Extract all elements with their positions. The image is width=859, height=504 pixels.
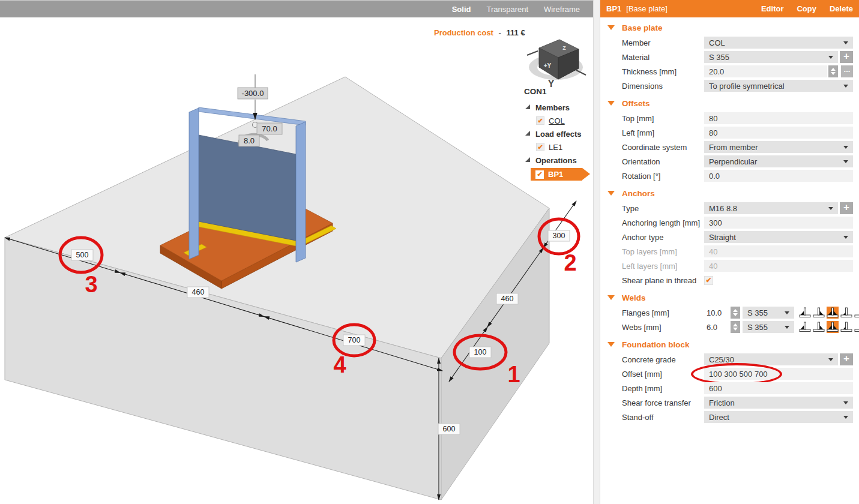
material-dropdown[interactable]: S 355	[704, 51, 838, 63]
top-layers-label: Top layers [mm]	[622, 247, 704, 256]
depth-input[interactable]: 600	[704, 382, 853, 394]
webs-weld-size: 6.0	[707, 323, 717, 332]
webs-weld-material-dropdown[interactable]: S 355	[743, 321, 794, 333]
weld-type-butt-icon[interactable]	[854, 307, 859, 319]
dim-460-left: 460	[192, 288, 205, 296]
weld-type-fillet-left-icon[interactable]	[799, 307, 811, 319]
add-material-button[interactable]: +	[840, 51, 853, 63]
dim-600: 600	[443, 425, 456, 433]
weld-type-fillet-right-icon[interactable]	[813, 321, 825, 333]
standoff-dropdown[interactable]: Direct	[704, 411, 853, 423]
view-mode-transparent[interactable]: Transparent	[486, 5, 528, 14]
weld-type-fillet-left-icon[interactable]	[799, 321, 811, 333]
coordinate-system-value: From member	[709, 143, 840, 152]
section-collapse-icon[interactable]	[607, 295, 615, 300]
flanges-weld-material-dropdown[interactable]: S 355	[743, 307, 794, 319]
tree-group-operations[interactable]: Operations	[521, 154, 597, 167]
shear-plane-checkbox[interactable]: ✔	[704, 276, 713, 285]
webs-weld-material: S 355	[747, 323, 781, 332]
anchor-type-dropdown[interactable]: Straight	[704, 231, 853, 243]
view-mode-solid[interactable]: Solid	[452, 5, 471, 14]
tree-item-label[interactable]: COL	[549, 116, 565, 125]
offset-top-input[interactable]: 80	[704, 112, 853, 124]
add-anchor-button[interactable]: +	[840, 202, 853, 214]
weld-type-butt-icon[interactable]	[854, 321, 859, 333]
orientation-label: Orientation	[622, 157, 704, 166]
section-title: Base plate	[622, 23, 663, 32]
rotation-input[interactable]: 0.0	[704, 170, 853, 182]
thickness-input[interactable]: 20.0	[704, 65, 827, 77]
section-welds[interactable]: Welds	[600, 292, 859, 303]
axis-x-arrow	[527, 51, 538, 55]
section-collapse-icon[interactable]	[607, 25, 615, 30]
weld-type-fillet-right-icon[interactable]	[813, 307, 825, 319]
anchor-grade-dropdown[interactable]: M16 8.8	[704, 202, 838, 214]
dim-weld-b: 70.0	[262, 124, 277, 133]
expander-icon[interactable]	[525, 131, 530, 136]
section-base-plate[interactable]: Base plate	[600, 22, 859, 33]
section-collapse-icon[interactable]	[607, 101, 615, 106]
connection-name: CON1	[524, 87, 597, 96]
bp1-checkbox[interactable]: ✔	[535, 170, 544, 179]
expander-icon[interactable]	[525, 104, 530, 109]
tree-item-label[interactable]: BP1	[548, 170, 563, 179]
tree-group-members[interactable]: Members	[521, 101, 597, 114]
copy-button[interactable]: Copy	[797, 4, 816, 13]
production-cost-separator: -	[499, 28, 501, 37]
orientation-dropdown[interactable]: Perpendicular	[704, 155, 853, 167]
standoff-label: Stand-off	[622, 413, 704, 422]
thickness-value: 20.0	[709, 67, 724, 76]
tree-item-le1[interactable]: ✔ LE1	[521, 140, 597, 154]
section-offsets[interactable]: Offsets	[600, 98, 859, 109]
le1-checkbox[interactable]: ✔	[536, 143, 544, 151]
standoff-value: Direct	[709, 413, 840, 422]
tree-group-label: Members	[535, 103, 570, 112]
anchoring-length-input[interactable]: 300	[704, 217, 853, 229]
3d-viewport[interactable]: -300.0 70.0 8.0 500 460 700 300 460 100 …	[0, 17, 593, 504]
tree-item-col[interactable]: ✔ COL	[521, 114, 597, 127]
shear-transfer-dropdown[interactable]: Friction	[704, 397, 853, 409]
expander-icon[interactable]	[525, 157, 530, 162]
view-mode-wireframe[interactable]: Wireframe	[544, 5, 580, 14]
anchor-type-grade-label: Type	[622, 204, 704, 213]
editor-button[interactable]: Editor	[761, 4, 784, 13]
section-foundation-block[interactable]: Foundation block	[600, 339, 859, 350]
chevron-down-icon	[843, 236, 848, 239]
anchoring-length-value: 300	[709, 218, 722, 227]
section-collapse-icon[interactable]	[607, 191, 615, 196]
panel-scrollbar[interactable]	[593, 0, 600, 504]
webs-weld-stepper[interactable]	[731, 321, 740, 333]
annotation-number-3: 3	[85, 272, 97, 297]
weld-type-partial-butt-icon[interactable]	[840, 307, 852, 319]
concrete-grade-dropdown[interactable]: C25/30	[704, 353, 838, 365]
add-concrete-button[interactable]: +	[840, 353, 853, 365]
tree-item-bp1-selected[interactable]: ✔ BP1	[531, 168, 582, 181]
navigation-cube[interactable]: +Y Z Y	[523, 33, 588, 88]
col-checkbox[interactable]: ✔	[536, 116, 544, 125]
flanges-weld-size-input[interactable]: 10.0	[704, 307, 729, 319]
delete-button[interactable]: Delete	[830, 4, 853, 13]
dimensions-dropdown[interactable]: To profile symmetrical	[704, 80, 853, 92]
weld-type-fillet-both-icon-selected[interactable]	[827, 307, 839, 319]
member-dropdown[interactable]: COL	[704, 37, 853, 49]
anchor-type-label: Anchor type	[622, 233, 704, 242]
left-layers-label: Left layers [mm]	[622, 262, 704, 271]
thickness-more-button[interactable]: ...	[841, 65, 853, 77]
offset-left-input[interactable]: 80	[704, 127, 853, 139]
chevron-down-icon	[785, 326, 789, 329]
section-anchors[interactable]: Anchors	[600, 188, 859, 199]
flanges-weld-stepper[interactable]	[731, 307, 740, 319]
thickness-stepper[interactable]	[828, 65, 838, 77]
tree-group-load-effects[interactable]: Load effects	[521, 127, 597, 140]
coordinate-system-dropdown[interactable]: From member	[704, 141, 853, 153]
section-collapse-icon[interactable]	[607, 342, 615, 347]
foundation-offset-input[interactable]: 100 300 500 700	[704, 368, 853, 380]
tree-group-label: Load effects	[535, 130, 582, 139]
weld-type-partial-butt-icon[interactable]	[840, 321, 852, 333]
webs-weld-size-input[interactable]: 6.0	[704, 321, 729, 333]
dim-weld-a: 8.0	[244, 136, 255, 145]
chevron-down-icon	[828, 358, 833, 361]
tree-item-label[interactable]: LE1	[549, 143, 562, 152]
weld-type-fillet-both-icon-selected[interactable]	[827, 321, 839, 333]
flanges-weld-material: S 355	[747, 308, 781, 317]
